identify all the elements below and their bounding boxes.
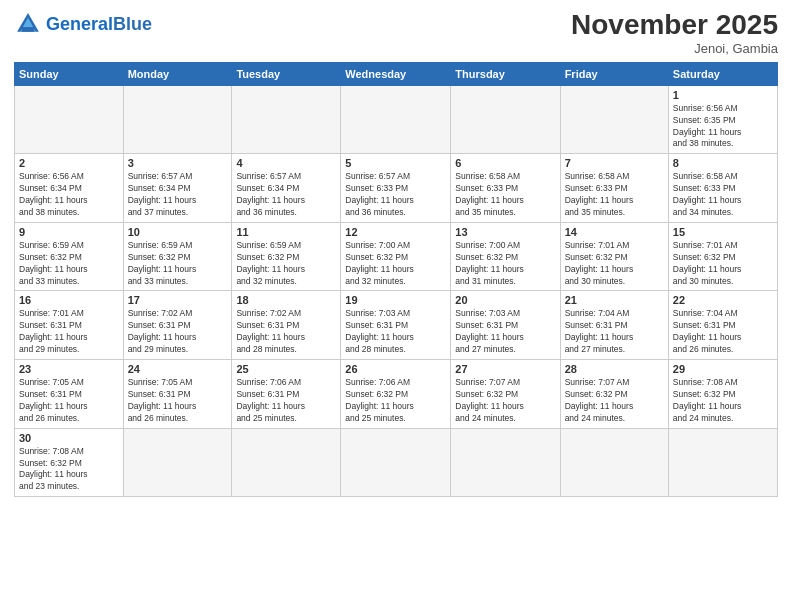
- day-number: 27: [455, 363, 555, 375]
- calendar-cell: [123, 428, 232, 497]
- week-row-0: 1Sunrise: 6:56 AM Sunset: 6:35 PM Daylig…: [15, 85, 778, 154]
- calendar-cell: 19Sunrise: 7:03 AM Sunset: 6:31 PM Dayli…: [341, 291, 451, 360]
- day-info: Sunrise: 6:59 AM Sunset: 6:32 PM Dayligh…: [236, 240, 336, 288]
- day-number: 12: [345, 226, 446, 238]
- week-row-4: 23Sunrise: 7:05 AM Sunset: 6:31 PM Dayli…: [15, 360, 778, 429]
- day-info: Sunrise: 7:02 AM Sunset: 6:31 PM Dayligh…: [236, 308, 336, 356]
- day-info: Sunrise: 7:07 AM Sunset: 6:32 PM Dayligh…: [455, 377, 555, 425]
- weekday-friday: Friday: [560, 62, 668, 85]
- calendar-cell: 10Sunrise: 6:59 AM Sunset: 6:32 PM Dayli…: [123, 222, 232, 291]
- calendar-cell: 15Sunrise: 7:01 AM Sunset: 6:32 PM Dayli…: [668, 222, 777, 291]
- day-info: Sunrise: 7:00 AM Sunset: 6:32 PM Dayligh…: [345, 240, 446, 288]
- week-row-5: 30Sunrise: 7:08 AM Sunset: 6:32 PM Dayli…: [15, 428, 778, 497]
- day-number: 24: [128, 363, 228, 375]
- calendar-cell: 22Sunrise: 7:04 AM Sunset: 6:31 PM Dayli…: [668, 291, 777, 360]
- day-number: 16: [19, 294, 119, 306]
- day-number: 2: [19, 157, 119, 169]
- day-info: Sunrise: 7:01 AM Sunset: 6:32 PM Dayligh…: [565, 240, 664, 288]
- day-info: Sunrise: 6:58 AM Sunset: 6:33 PM Dayligh…: [455, 171, 555, 219]
- calendar-cell: 27Sunrise: 7:07 AM Sunset: 6:32 PM Dayli…: [451, 360, 560, 429]
- calendar-cell: [560, 428, 668, 497]
- day-number: 6: [455, 157, 555, 169]
- calendar-cell: 26Sunrise: 7:06 AM Sunset: 6:32 PM Dayli…: [341, 360, 451, 429]
- calendar-cell: 12Sunrise: 7:00 AM Sunset: 6:32 PM Dayli…: [341, 222, 451, 291]
- day-number: 26: [345, 363, 446, 375]
- day-info: Sunrise: 6:59 AM Sunset: 6:32 PM Dayligh…: [128, 240, 228, 288]
- weekday-thursday: Thursday: [451, 62, 560, 85]
- calendar-cell: [668, 428, 777, 497]
- day-info: Sunrise: 6:57 AM Sunset: 6:34 PM Dayligh…: [236, 171, 336, 219]
- day-number: 1: [673, 89, 773, 101]
- calendar-cell: 4Sunrise: 6:57 AM Sunset: 6:34 PM Daylig…: [232, 154, 341, 223]
- calendar-cell: [232, 85, 341, 154]
- calendar-cell: 1Sunrise: 6:56 AM Sunset: 6:35 PM Daylig…: [668, 85, 777, 154]
- calendar-cell: 18Sunrise: 7:02 AM Sunset: 6:31 PM Dayli…: [232, 291, 341, 360]
- calendar-cell: 3Sunrise: 6:57 AM Sunset: 6:34 PM Daylig…: [123, 154, 232, 223]
- day-number: 22: [673, 294, 773, 306]
- day-info: Sunrise: 7:01 AM Sunset: 6:32 PM Dayligh…: [673, 240, 773, 288]
- day-number: 14: [565, 226, 664, 238]
- day-info: Sunrise: 7:05 AM Sunset: 6:31 PM Dayligh…: [128, 377, 228, 425]
- weekday-sunday: Sunday: [15, 62, 124, 85]
- day-number: 10: [128, 226, 228, 238]
- calendar-cell: [232, 428, 341, 497]
- day-info: Sunrise: 6:57 AM Sunset: 6:34 PM Dayligh…: [128, 171, 228, 219]
- svg-rect-2: [22, 27, 34, 32]
- calendar-cell: 23Sunrise: 7:05 AM Sunset: 6:31 PM Dayli…: [15, 360, 124, 429]
- day-info: Sunrise: 7:02 AM Sunset: 6:31 PM Dayligh…: [128, 308, 228, 356]
- day-info: Sunrise: 7:01 AM Sunset: 6:31 PM Dayligh…: [19, 308, 119, 356]
- week-row-2: 9Sunrise: 6:59 AM Sunset: 6:32 PM Daylig…: [15, 222, 778, 291]
- day-info: Sunrise: 7:04 AM Sunset: 6:31 PM Dayligh…: [565, 308, 664, 356]
- day-number: 11: [236, 226, 336, 238]
- page: GeneralBlue November 2025 Jenoi, Gambia …: [0, 0, 792, 612]
- day-info: Sunrise: 7:08 AM Sunset: 6:32 PM Dayligh…: [673, 377, 773, 425]
- weekday-header-row: SundayMondayTuesdayWednesdayThursdayFrid…: [15, 62, 778, 85]
- day-number: 5: [345, 157, 446, 169]
- day-info: Sunrise: 6:58 AM Sunset: 6:33 PM Dayligh…: [565, 171, 664, 219]
- day-info: Sunrise: 7:06 AM Sunset: 6:31 PM Dayligh…: [236, 377, 336, 425]
- calendar-cell: 30Sunrise: 7:08 AM Sunset: 6:32 PM Dayli…: [15, 428, 124, 497]
- weekday-wednesday: Wednesday: [341, 62, 451, 85]
- calendar-cell: [451, 428, 560, 497]
- logo-icon: [14, 10, 42, 38]
- day-number: 21: [565, 294, 664, 306]
- day-info: Sunrise: 6:59 AM Sunset: 6:32 PM Dayligh…: [19, 240, 119, 288]
- calendar-cell: [560, 85, 668, 154]
- logo: GeneralBlue: [14, 10, 152, 38]
- calendar-cell: 21Sunrise: 7:04 AM Sunset: 6:31 PM Dayli…: [560, 291, 668, 360]
- day-number: 3: [128, 157, 228, 169]
- calendar-cell: 20Sunrise: 7:03 AM Sunset: 6:31 PM Dayli…: [451, 291, 560, 360]
- logo-blue: Blue: [113, 14, 152, 34]
- calendar: SundayMondayTuesdayWednesdayThursdayFrid…: [14, 62, 778, 497]
- week-row-1: 2Sunrise: 6:56 AM Sunset: 6:34 PM Daylig…: [15, 154, 778, 223]
- day-number: 8: [673, 157, 773, 169]
- day-number: 15: [673, 226, 773, 238]
- day-number: 13: [455, 226, 555, 238]
- calendar-cell: 5Sunrise: 6:57 AM Sunset: 6:33 PM Daylig…: [341, 154, 451, 223]
- day-info: Sunrise: 7:05 AM Sunset: 6:31 PM Dayligh…: [19, 377, 119, 425]
- subtitle: Jenoi, Gambia: [571, 41, 778, 56]
- weekday-monday: Monday: [123, 62, 232, 85]
- calendar-cell: 14Sunrise: 7:01 AM Sunset: 6:32 PM Dayli…: [560, 222, 668, 291]
- logo-text: GeneralBlue: [46, 15, 152, 33]
- day-info: Sunrise: 7:08 AM Sunset: 6:32 PM Dayligh…: [19, 446, 119, 494]
- calendar-cell: 17Sunrise: 7:02 AM Sunset: 6:31 PM Dayli…: [123, 291, 232, 360]
- calendar-cell: 6Sunrise: 6:58 AM Sunset: 6:33 PM Daylig…: [451, 154, 560, 223]
- calendar-cell: 7Sunrise: 6:58 AM Sunset: 6:33 PM Daylig…: [560, 154, 668, 223]
- weekday-saturday: Saturday: [668, 62, 777, 85]
- day-info: Sunrise: 7:00 AM Sunset: 6:32 PM Dayligh…: [455, 240, 555, 288]
- calendar-cell: [15, 85, 124, 154]
- day-info: Sunrise: 7:06 AM Sunset: 6:32 PM Dayligh…: [345, 377, 446, 425]
- day-info: Sunrise: 7:04 AM Sunset: 6:31 PM Dayligh…: [673, 308, 773, 356]
- day-number: 20: [455, 294, 555, 306]
- day-number: 19: [345, 294, 446, 306]
- calendar-cell: 29Sunrise: 7:08 AM Sunset: 6:32 PM Dayli…: [668, 360, 777, 429]
- calendar-cell: 9Sunrise: 6:59 AM Sunset: 6:32 PM Daylig…: [15, 222, 124, 291]
- week-row-3: 16Sunrise: 7:01 AM Sunset: 6:31 PM Dayli…: [15, 291, 778, 360]
- calendar-cell: 2Sunrise: 6:56 AM Sunset: 6:34 PM Daylig…: [15, 154, 124, 223]
- calendar-cell: [341, 428, 451, 497]
- calendar-cell: [341, 85, 451, 154]
- header: GeneralBlue November 2025 Jenoi, Gambia: [14, 10, 778, 56]
- day-info: Sunrise: 7:03 AM Sunset: 6:31 PM Dayligh…: [455, 308, 555, 356]
- calendar-cell: [123, 85, 232, 154]
